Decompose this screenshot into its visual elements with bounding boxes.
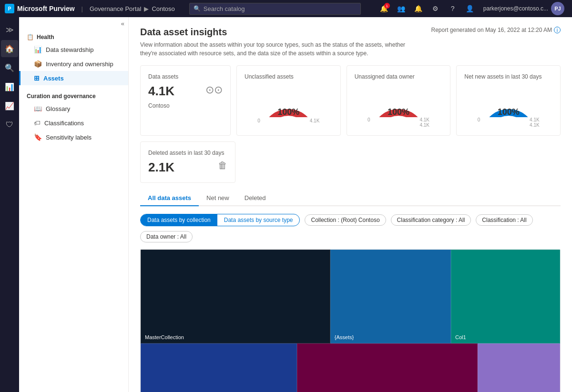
top-navigation: P Microsoft Purview | Governance Portal … (0, 0, 572, 17)
filter-toggle-group: Data assets by collection Data assets by… (140, 214, 300, 226)
help-button[interactable]: ? (446, 2, 460, 15)
sensitivity-label: Sensitivity labels (46, 134, 92, 141)
breadcrumb: Governance Portal ▶ Contoso (90, 5, 175, 12)
treemap-cell-entitytestm[interactable]: entitytestm... (478, 343, 560, 392)
treemap-cell-col2[interactable]: Col2 (141, 343, 297, 392)
tab-net-new[interactable]: Net new (199, 191, 237, 206)
breadcrumb-portal[interactable]: Governance Portal (90, 5, 141, 12)
user-name: parkerjones@contoso.c... (483, 5, 548, 12)
data-assets-card: Data assets 4.1K ⊙⊙ Contoso (140, 65, 231, 136)
icon-sidebar: ≫ 🏠 🔍 📊 📈 🛡 (0, 17, 19, 392)
nav-sidebar: « 📋 Health 📊 Data stewardship 📦 Inventor… (19, 17, 129, 392)
sidebar-item-data-stewardship[interactable]: 📊 Data stewardship (19, 42, 128, 57)
treemap-cell-entitytestmove2[interactable]: entitytestmove2 (297, 343, 478, 392)
assets-label: Assets (43, 75, 64, 82)
breadcrumb-arrow: ▶ (144, 5, 149, 12)
brand-name: Microsoft Purview (17, 5, 75, 12)
net-new-percent: 100% (498, 107, 520, 117)
treemap-cell-assets[interactable]: {Assets} (330, 250, 451, 343)
sidebar-item-inventory-ownership[interactable]: 📦 Inventory and ownership (19, 57, 128, 71)
bell-button[interactable]: 🔔 (412, 2, 425, 15)
binoculars-icon: ⊙⊙ (205, 84, 223, 96)
net-new-gauge: 100% (478, 84, 540, 117)
col1-label: Col1 (455, 334, 466, 340)
health-label: Health (37, 34, 54, 40)
user-area[interactable]: parkerjones@contoso.c... PJ (480, 2, 567, 15)
search-input[interactable] (204, 5, 357, 12)
health-icon: 📋 (27, 34, 34, 40)
glossary-label: Glossary (46, 105, 70, 112)
insights-icon[interactable]: 📈 (1, 97, 18, 114)
info-icon: i (554, 27, 561, 33)
sidebar-item-classifications[interactable]: 🏷 Classifications (19, 116, 128, 130)
search-icon: 🔍 (194, 5, 201, 12)
tab-all-data-assets[interactable]: All data assets (140, 191, 199, 206)
data-assets-subtitle: Contoso (148, 102, 223, 109)
net-new-axis: 04.1K4.1K (478, 117, 540, 128)
deleted-label: Deleted assets in last 30 days (148, 150, 227, 156)
toggle-by-source-type[interactable]: Data assets by source type (217, 214, 300, 226)
curation-label: Curation and governance (27, 93, 96, 100)
settings-button[interactable]: ⚙ (429, 2, 442, 15)
main-content: Data asset insights View information abo… (129, 17, 572, 392)
treemap-cell-col1[interactable]: Col1 (451, 250, 560, 343)
catalog-icon[interactable]: 📊 (1, 78, 18, 95)
home-icon[interactable]: 🏠 (1, 40, 18, 57)
tab-deleted[interactable]: Deleted (237, 191, 274, 206)
unassigned-axis: 04.1K4.1K (368, 117, 429, 128)
assets-cell-label: {Assets} (335, 334, 354, 340)
unassigned-label: Unassigned data owner (355, 73, 415, 80)
unassigned-percent: 100% (388, 107, 409, 117)
sidebar-collapse-button[interactable]: « (19, 17, 128, 30)
net-new-label: Net new assets in last 30 days (464, 73, 541, 80)
filter-collection[interactable]: Collection : (Root) Contoso (305, 214, 386, 226)
glossary-icon: 📖 (34, 105, 42, 112)
nav-icons-group: 🔔 1 👥 🔔 ⚙ ? 👤 parkerjones@contoso.c... P… (378, 2, 567, 15)
search-box[interactable]: 🔍 (189, 3, 361, 15)
treemap-container: MasterCollection {Assets} Col1 Col2 enti… (140, 249, 561, 392)
purview-icon: P (5, 4, 14, 13)
sidebar-curation-header[interactable]: Curation and governance (19, 89, 128, 101)
unassigned-owner-card: Unassigned data owner 100% 04.1K4.1K (347, 65, 451, 136)
toggle-by-collection[interactable]: Data assets by collection (141, 214, 217, 226)
tabs-row: All data assets Net new Deleted (140, 191, 561, 206)
page-title: Data asset insights (140, 27, 423, 38)
page-description: View information about the assets within… (140, 40, 423, 58)
profile-button[interactable]: 👤 (463, 2, 477, 15)
unclassified-gauge: 100% (257, 84, 319, 117)
notification-button[interactable]: 🔔 1 (378, 2, 391, 15)
unclassified-label: Unclassified assets (245, 73, 294, 80)
sidebar-item-sensitivity-labels[interactable]: 🔖 Sensitivity labels (19, 130, 128, 144)
trash-icon: 🗑 (218, 160, 227, 171)
unclassified-assets-card: Unclassified assets 100% 04.1K (236, 65, 341, 136)
breadcrumb-tenant[interactable]: Contoso (152, 5, 174, 12)
treemap-col-right: {Assets} (330, 250, 451, 343)
management-icon[interactable]: 🛡 (1, 116, 18, 133)
sensitivity-icon: 🔖 (34, 133, 42, 141)
filter-classification-category[interactable]: Classification category : All (391, 214, 471, 226)
classifications-label: Classifications (44, 120, 84, 127)
search-sidebar-icon[interactable]: 🔍 (1, 59, 18, 76)
data-assets-label: Data assets (148, 73, 223, 80)
treemap-cell-mastercollection[interactable]: MasterCollection (141, 250, 330, 343)
unclassified-axis: 04.1K (257, 118, 319, 123)
summary-cards-row: Data assets 4.1K ⊙⊙ Contoso Unclassified… (140, 65, 561, 136)
deleted-card: Deleted assets in last 30 days 2.1K 🗑 (140, 141, 235, 183)
main-layout: ≫ 🏠 🔍 📊 📈 🛡 « 📋 Health 📊 Data stewardshi… (0, 0, 572, 392)
people-button[interactable]: 👥 (395, 2, 408, 15)
sidebar-item-glossary[interactable]: 📖 Glossary (19, 101, 128, 116)
unassigned-gauge: 100% (368, 84, 429, 117)
sidebar-item-assets[interactable]: ⊞ Assets (19, 71, 128, 85)
stewardship-label: Data stewardship (46, 46, 93, 53)
expand-collapse-icon[interactable]: ≫ (1, 21, 18, 38)
filter-classification[interactable]: Classification : All (476, 214, 532, 226)
inventory-icon: 📦 (34, 60, 42, 68)
avatar: PJ (551, 2, 564, 15)
mastercollection-label: MasterCollection (145, 334, 184, 340)
treemap-bottom-row: Col2 entitytestmove2 entitytestm... (141, 343, 560, 392)
treemap-top-row: MasterCollection {Assets} Col1 (141, 250, 560, 343)
stewardship-icon: 📊 (34, 46, 42, 53)
filter-data-owner[interactable]: Data owner : All (140, 231, 193, 242)
sidebar-item-health[interactable]: 📋 Health (19, 30, 128, 42)
brand-logo[interactable]: P Microsoft Purview (5, 4, 75, 13)
